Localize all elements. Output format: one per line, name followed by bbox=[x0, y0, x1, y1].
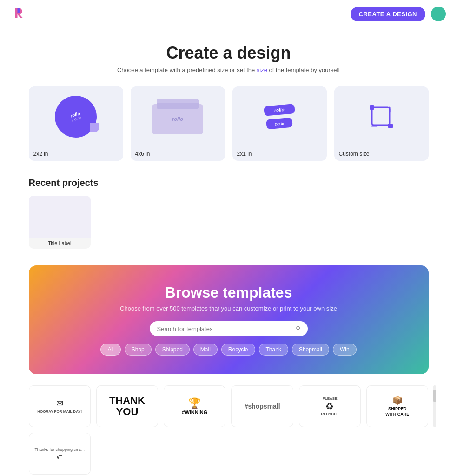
filter-shop[interactable]: Shop bbox=[125, 344, 152, 356]
recycle-icon: ♻ bbox=[321, 401, 338, 412]
template-preview-custom bbox=[334, 86, 429, 147]
filter-thank[interactable]: Thank bbox=[259, 344, 288, 356]
template-card-custom[interactable]: Custom size bbox=[334, 86, 429, 161]
sticker-peel bbox=[90, 123, 99, 132]
page-subtitle: Choose a template with a predefined size… bbox=[29, 66, 429, 73]
trophy-icon: 🏆 bbox=[182, 397, 207, 410]
header-right: CREATE A DESIGN bbox=[351, 7, 446, 21]
gallery-item-winning[interactable]: 🏆 #WINNING bbox=[164, 385, 225, 427]
thankyou-content: THANK YOU bbox=[109, 395, 145, 417]
logo[interactable] bbox=[11, 5, 28, 23]
mail-day-icon: ✉ bbox=[37, 398, 82, 409]
main-content: Create a design Choose a template with a… bbox=[20, 28, 438, 476]
gallery-hooray-content: ✉ HOORAY FOR MAIL DAY! bbox=[37, 398, 82, 414]
recent-projects-title: Recent projects bbox=[29, 178, 429, 188]
template-label-2x1: 2x1 in bbox=[232, 147, 327, 161]
svg-rect-1 bbox=[372, 107, 390, 125]
gallery-item-thankyou[interactable]: THANK YOU bbox=[96, 385, 158, 427]
recent-project-label: Title Label bbox=[29, 238, 91, 249]
thanks-shopping-text: Thanks for shopping small. bbox=[34, 447, 85, 453]
header: CREATE A DESIGN bbox=[0, 0, 457, 28]
sticker-circle-preview: rollo 2x2 in bbox=[50, 91, 101, 142]
please-text: PLEASE bbox=[321, 397, 338, 401]
size-link[interactable]: size bbox=[257, 66, 267, 73]
thanks-shopping-icon: 🏷 bbox=[57, 454, 62, 460]
gallery-grid-row2: Thanks for shopping small. 🏷 bbox=[29, 433, 429, 475]
template-preview-4x6: rollo bbox=[131, 86, 225, 147]
search-icon: ⚲ bbox=[296, 325, 300, 332]
browse-title: Browse templates bbox=[38, 284, 419, 301]
shipped-content: 📦 SHIPPEDWITH CARE bbox=[385, 395, 409, 417]
winning-content: 🏆 #WINNING bbox=[182, 397, 207, 415]
filter-win[interactable]: Win bbox=[333, 344, 357, 356]
filter-tags: All Shop Shipped Mail Recycle Thank Shop… bbox=[38, 344, 419, 356]
template-card-4x6[interactable]: rollo 4x6 in bbox=[131, 86, 225, 161]
filter-shipped[interactable]: Shipped bbox=[155, 344, 190, 356]
gallery-grid-row1: ✉ HOORAY FOR MAIL DAY! THANK YOU 🏆 #WINN… bbox=[29, 385, 429, 427]
browse-templates-section: Browse templates Choose from over 500 te… bbox=[29, 265, 429, 374]
shipped-icon: 📦 bbox=[385, 395, 409, 405]
recycle-content: PLEASE ♻ RECYCLE bbox=[321, 397, 338, 416]
avatar[interactable] bbox=[431, 7, 446, 21]
shopsmall-text: #shopsmall bbox=[245, 403, 280, 410]
filter-mail[interactable]: Mail bbox=[193, 344, 218, 356]
page-title: Create a design bbox=[29, 43, 429, 63]
svg-rect-2 bbox=[370, 105, 374, 110]
svg-rect-3 bbox=[388, 124, 393, 128]
search-bar: ⚲ bbox=[150, 321, 308, 336]
hooray-text: HOORAY FOR MAIL DAY! bbox=[37, 410, 82, 414]
scrollbar-thumb[interactable] bbox=[433, 390, 436, 402]
crop-icon bbox=[368, 104, 394, 130]
recent-projects-section: Recent projects Title Label bbox=[29, 178, 429, 249]
template-label-4x6: 4x6 in bbox=[131, 147, 225, 161]
recent-project-item[interactable]: Title Label bbox=[29, 196, 91, 249]
template-label-custom: Custom size bbox=[334, 147, 429, 161]
template-label-2x2: 2x2 in bbox=[29, 147, 123, 161]
you-text: YOU bbox=[109, 406, 145, 417]
gallery-item-recycle[interactable]: PLEASE ♻ RECYCLE bbox=[299, 385, 361, 427]
gallery-item-thanks-shopping[interactable]: Thanks for shopping small. 🏷 bbox=[29, 433, 91, 475]
gallery-item-shipped[interactable]: 📦 SHIPPEDWITH CARE bbox=[366, 385, 428, 427]
template-card-2x1[interactable]: rollo 2x1 in 2x1 in bbox=[232, 86, 327, 161]
search-input[interactable] bbox=[157, 325, 296, 332]
browse-subtitle: Choose from over 500 templates that you … bbox=[38, 305, 419, 312]
template-size-grid: rollo 2x2 in 2x2 in rollo bbox=[29, 86, 429, 161]
template-card-2x2[interactable]: rollo 2x2 in 2x2 in bbox=[29, 86, 123, 161]
recycle-text: RECYCLE bbox=[321, 412, 338, 416]
recent-projects-grid: Title Label bbox=[29, 196, 429, 249]
winning-text: #WINNING bbox=[182, 410, 207, 415]
thanks-shopping-content: Thanks for shopping small. 🏷 bbox=[34, 447, 85, 461]
gallery-item-shopsmall[interactable]: #shopsmall bbox=[231, 385, 293, 427]
filter-recycle[interactable]: Recycle bbox=[221, 344, 255, 356]
scrollbar-track[interactable] bbox=[433, 385, 436, 427]
create-design-button[interactable]: CREATE A DESIGN bbox=[351, 7, 425, 21]
recent-project-thumbnail bbox=[29, 196, 91, 238]
filter-all[interactable]: All bbox=[100, 344, 120, 356]
filter-shopmall[interactable]: Shopmall bbox=[292, 344, 329, 356]
gallery-item-hooray[interactable]: ✉ HOORAY FOR MAIL DAY! bbox=[29, 385, 91, 427]
shipped-text: SHIPPEDWITH CARE bbox=[385, 406, 409, 417]
thank-text: THANK bbox=[109, 395, 145, 406]
gallery-scroll: ✉ HOORAY FOR MAIL DAY! THANK YOU 🏆 #WINN… bbox=[29, 385, 429, 427]
template-preview-2x2: rollo 2x2 in bbox=[29, 86, 123, 147]
template-preview-2x1: rollo 2x1 in bbox=[232, 86, 327, 147]
